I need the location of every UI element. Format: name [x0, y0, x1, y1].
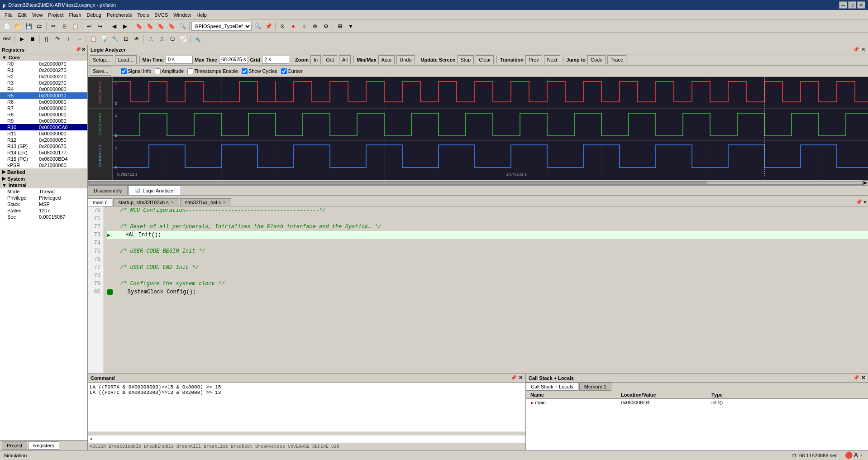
command-pin[interactable]: 📌: [510, 375, 517, 381]
registers-pin[interactable]: 📌✕: [75, 47, 86, 53]
maximize-button[interactable]: □: [848, 1, 856, 9]
cs-row-main[interactable]: ● main 0x08000BD4 int f(): [526, 399, 868, 406]
btab-registers[interactable]: Registers: [28, 441, 59, 450]
la-show-cycles-check[interactable]: Show Cycles: [242, 68, 277, 74]
filetab-main[interactable]: main.c: [88, 198, 112, 206]
reg-r3[interactable]: R30x20000270: [0, 80, 87, 86]
editor-pin[interactable]: 📌: [856, 199, 862, 205]
logic2-btn[interactable]: ⎍: [157, 34, 167, 44]
la-code-btn[interactable]: Code: [587, 55, 606, 64]
menu-peripherals[interactable]: Peripherals: [104, 11, 135, 19]
save-all-btn[interactable]: 🗂: [34, 21, 44, 31]
reg-r12[interactable]: R120x20000050: [0, 137, 87, 143]
command-close[interactable]: ✕: [519, 375, 523, 381]
amplitude-checkbox[interactable]: [155, 68, 161, 74]
reg-r5[interactable]: R50x20000010: [0, 92, 87, 99]
copy-btn[interactable]: ⎘: [59, 21, 69, 31]
step-over[interactable]: ↷: [52, 34, 62, 44]
stop2-btn[interactable]: ⏹: [28, 34, 38, 44]
tools-btn[interactable]: 🔩: [192, 34, 202, 44]
step-into[interactable]: {}: [42, 34, 52, 44]
save-btn[interactable]: 💾: [24, 21, 33, 31]
reg-r8[interactable]: R80x00000000: [0, 111, 87, 118]
command-input[interactable]: [95, 436, 486, 442]
reg-sec[interactable]: Sec0.00015087: [0, 214, 87, 220]
la-signal-info-check[interactable]: Signal Info: [121, 68, 151, 74]
la-zoom-all[interactable]: All: [339, 55, 351, 64]
run-btn[interactable]: ▶: [17, 34, 27, 44]
reg-r7[interactable]: R70x00000000: [0, 105, 87, 111]
la-scroll-track[interactable]: [88, 181, 863, 185]
nav-back[interactable]: ◀: [109, 21, 119, 31]
bookmark4[interactable]: 🔖: [167, 21, 176, 31]
disasm-view[interactable]: 📋: [88, 34, 98, 44]
system-group-header[interactable]: ▶ System: [0, 175, 87, 182]
reset-btn[interactable]: RST: [2, 34, 13, 44]
la-amplitude-check[interactable]: Amplitude: [155, 68, 184, 74]
la-scroll-thumb[interactable]: [88, 182, 707, 184]
tab-disassembly[interactable]: Disassembly: [88, 186, 128, 195]
close-button[interactable]: ✕: [857, 1, 865, 9]
menu-file[interactable]: File: [2, 11, 15, 19]
filetab-hal[interactable]: stm32f1xx_hal.c ✕: [180, 198, 231, 206]
reg-r9[interactable]: R90x00000000: [0, 118, 87, 124]
reg-mode[interactable]: ModeThread: [0, 188, 87, 195]
code-cov[interactable]: ⎔: [167, 34, 177, 44]
filetab-startup[interactable]: startup_stm32f103xb.s ✕: [113, 198, 179, 206]
editor-close[interactable]: ✕: [863, 199, 867, 205]
view-opts[interactable]: ▼: [346, 21, 356, 31]
reg-states[interactable]: States1207: [0, 207, 87, 214]
la-save-btn[interactable]: Save...: [90, 67, 111, 76]
menu-view[interactable]: View: [29, 11, 46, 19]
menu-edit[interactable]: Edit: [15, 11, 29, 19]
la-scrollbar[interactable]: ▶: [88, 180, 868, 185]
cs-pin[interactable]: 📌: [853, 375, 859, 381]
reg-privilege[interactable]: PrivilegePrivileged: [0, 195, 87, 201]
la-auto-btn[interactable]: Auto: [378, 55, 395, 64]
debug-stop[interactable]: ○: [299, 21, 309, 31]
signal-info-checkbox[interactable]: [121, 68, 127, 74]
reg-r0[interactable]: R00x20000070: [0, 61, 87, 67]
minimize-button[interactable]: —: [839, 1, 847, 9]
cs-tab-callstack[interactable]: Call Stack + Locals: [526, 383, 578, 391]
reg-r4[interactable]: R40x00000000: [0, 86, 87, 92]
bookmark3[interactable]: 🔖: [156, 21, 166, 31]
find-btn[interactable]: 🔍: [177, 21, 187, 31]
reg-r6[interactable]: R60x00000000: [0, 99, 87, 105]
menu-tools[interactable]: Tools: [135, 11, 152, 19]
la-prev-btn[interactable]: Prev: [525, 55, 542, 64]
target-combo[interactable]: GPIOSpeed_TypeDef: [191, 22, 252, 31]
tab-logic-analyzer[interactable]: 📊 Logic Analyzer: [129, 186, 181, 195]
menu-window[interactable]: Window: [171, 11, 194, 19]
la-zoom-out[interactable]: Out: [323, 55, 337, 64]
logic-btn[interactable]: ⎍: [146, 34, 156, 44]
waveform-canvas[interactable]: 1 0 1 0 1 0: [113, 77, 868, 180]
la-clear-btn[interactable]: Clear: [476, 55, 494, 64]
cut-btn[interactable]: ✂: [48, 21, 58, 31]
open-btn[interactable]: 📂: [13, 21, 23, 31]
hal-close[interactable]: ✕: [223, 200, 226, 205]
trace-view[interactable]: 📊: [99, 34, 109, 44]
startup-close[interactable]: ✕: [171, 200, 174, 205]
reg-r2[interactable]: R20x20000270: [0, 73, 87, 80]
la-timestamps-check[interactable]: Timestamps Enable: [187, 68, 238, 74]
cs-tab-memory[interactable]: Memory 1: [579, 383, 611, 391]
reg-r10[interactable]: R100x08000CA0: [0, 124, 87, 130]
cursor-checkbox[interactable]: [281, 68, 287, 74]
bookmark1[interactable]: 🔖: [134, 21, 144, 31]
la-undo-btn[interactable]: Undo: [396, 55, 415, 64]
reg-r11[interactable]: R110x00000000: [0, 130, 87, 137]
la-trace-btn[interactable]: Trace: [607, 55, 626, 64]
show-cycles-checkbox[interactable]: [242, 68, 248, 74]
bookmark2[interactable]: 🔖: [145, 21, 155, 31]
periph-view[interactable]: 🔧: [110, 34, 120, 44]
la-stop-btn[interactable]: Stop: [458, 55, 474, 64]
la-close-icon[interactable]: ✕: [861, 47, 865, 53]
menu-svcs[interactable]: SVCS: [152, 11, 171, 19]
view-grid[interactable]: ⊞: [335, 21, 345, 31]
debug-scope[interactable]: ⊙: [277, 21, 287, 31]
menu-project[interactable]: Project: [45, 11, 66, 19]
debug-run[interactable]: ●: [288, 21, 298, 31]
redo-btn[interactable]: ↪: [95, 21, 105, 31]
perf-view[interactable]: 📈: [178, 34, 188, 44]
